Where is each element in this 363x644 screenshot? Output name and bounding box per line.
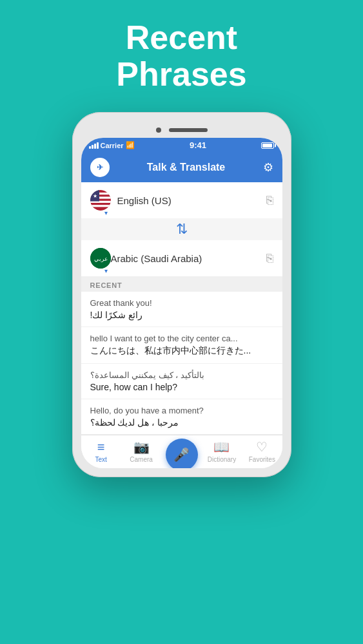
phrase-item-0[interactable]: Great thank you! !رائع شكرًا لك (81, 292, 282, 327)
text-label: Text (95, 456, 107, 463)
app-title: Talk & Translate (147, 162, 226, 173)
phrase-en-1: hello I want to get to the city center c… (90, 334, 273, 343)
mic-button[interactable]: 🎤 (166, 439, 198, 469)
target-language-row[interactable]: عربي Arabic (Saudi Arabia) ⎘ ▾ (81, 240, 282, 276)
page-title: Recent Phrases (116, 19, 246, 93)
copy-target-icon[interactable]: ⎘ (266, 252, 273, 265)
settings-icon[interactable]: ⚙ (263, 160, 273, 175)
phrase-ar-1: こんにちは、私は市内中心部に行きた... (90, 345, 273, 357)
phone-top-notch (81, 121, 282, 138)
phrase-ar-0: !رائع شكرًا لك (90, 310, 273, 320)
signal-icon (89, 142, 99, 149)
dictionary-icon: 📖 (213, 439, 230, 455)
source-language-name: English (US) (117, 195, 266, 206)
phone-screen: Carrier 📶 9:41 ✈ Talk & Translate ⚙ (81, 138, 282, 468)
target-flag: عربي (90, 248, 111, 269)
svg-text:عربي: عربي (93, 256, 107, 263)
camera-icon: 📷 (133, 439, 150, 455)
front-camera (156, 128, 161, 133)
nav-dictionary[interactable]: 📖 Dictionary (202, 439, 242, 463)
status-left: Carrier 📶 (89, 141, 135, 149)
app-header: ✈ Talk & Translate ⚙ (81, 153, 282, 182)
phrase-en-2: بالتأكيد ، كيف يمكنني المساعدة؟ (90, 370, 273, 380)
speaker (169, 128, 208, 132)
target-language-name: Arabic (Saudi Arabia) (111, 253, 266, 264)
recent-section-header: RECENT (81, 276, 282, 292)
copy-source-icon[interactable]: ⎘ (266, 194, 273, 207)
phrase-ar-3: مرحبا ، هل لديك لحظة؟ (90, 417, 273, 428)
status-time: 9:41 (190, 140, 206, 150)
phone-mockup: Carrier 📶 9:41 ✈ Talk & Translate ⚙ (72, 112, 291, 477)
mic-icon: 🎤 (173, 447, 190, 462)
source-flag: ★ (90, 190, 111, 211)
phrase-ar-2: Sure, how can I help? (90, 382, 273, 392)
phrase-list: Great thank you! !رائع شكرًا لك hello I … (81, 292, 282, 435)
phrase-item-1[interactable]: hello I want to get to the city center c… (81, 327, 282, 364)
favorites-label: Favorites (249, 456, 275, 463)
nav-camera[interactable]: 📷 Camera (121, 439, 161, 463)
dictionary-label: Dictionary (208, 456, 236, 463)
phrase-item-3[interactable]: Hello, do you have a moment? مرحبا ، هل … (81, 399, 282, 435)
wifi-icon: 📶 (126, 141, 135, 149)
source-language-row[interactable]: ★ English (US) ⎘ ▾ (81, 182, 282, 218)
swap-languages-area[interactable]: ⇅ (81, 218, 282, 240)
recent-label: RECENT (90, 281, 273, 289)
text-icon: ≡ (97, 440, 105, 455)
target-chevron-icon: ▾ (104, 267, 108, 274)
app-logo[interactable]: ✈ (90, 158, 110, 177)
svg-rect-4 (90, 205, 111, 207)
nav-text[interactable]: ≡ Text (81, 440, 121, 463)
bottom-nav: ≡ Text 📷 Camera 🎤 📖 Dictionary (81, 435, 282, 468)
favorites-icon: ♡ (256, 439, 268, 455)
battery-icon (261, 142, 274, 149)
phrase-en-0: Great thank you! (90, 298, 273, 308)
carrier-label: Carrier (101, 142, 124, 149)
svg-text:★: ★ (92, 193, 97, 199)
source-chevron-icon: ▾ (104, 209, 108, 216)
phrase-en-3: Hello, do you have a moment? (90, 406, 273, 415)
swap-icon: ⇅ (176, 221, 188, 238)
phone-outer-shell: Carrier 📶 9:41 ✈ Talk & Translate ⚙ (72, 112, 291, 477)
status-bar: Carrier 📶 9:41 (81, 138, 282, 153)
language-section: ★ English (US) ⎘ ▾ ⇅ عربي (81, 182, 282, 276)
nav-favorites[interactable]: ♡ Favorites (242, 439, 282, 463)
status-right (261, 142, 274, 149)
phrase-item-2[interactable]: بالتأكيد ، كيف يمكنني المساعدة؟ Sure, ho… (81, 364, 282, 399)
camera-label: Camera (130, 456, 153, 463)
